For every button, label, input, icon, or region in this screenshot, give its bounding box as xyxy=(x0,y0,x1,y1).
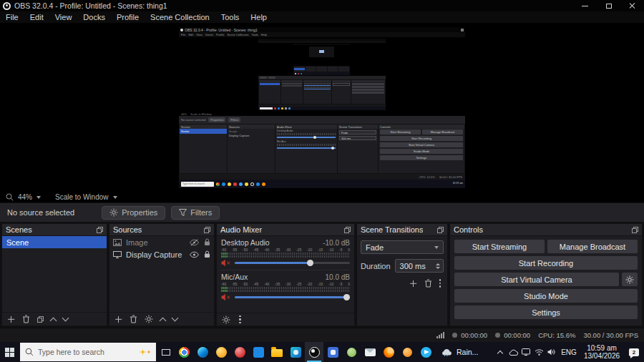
add-scene-button[interactable] xyxy=(7,315,15,323)
taskbar-app-firefox[interactable] xyxy=(379,342,398,362)
tray-volume[interactable] xyxy=(545,342,558,362)
source-row-display-capture[interactable]: Display Capture xyxy=(109,248,214,260)
window-title: OBS 32.0.4 - Profile: Untitled - Scenes:… xyxy=(14,1,167,10)
taskbar-app-photos[interactable] xyxy=(286,342,305,362)
task-view-button[interactable] xyxy=(157,342,175,362)
taskbar-app-obs[interactable] xyxy=(305,342,323,362)
filters-button[interactable]: Filters xyxy=(171,206,220,220)
start-recording-button[interactable]: Start Recording xyxy=(454,256,638,270)
mixer-menu-dots-icon[interactable] xyxy=(239,315,241,324)
language-indicator[interactable]: ENG xyxy=(558,348,580,356)
menu-item[interactable]: Help xyxy=(245,11,273,23)
move-scene-up-button[interactable] xyxy=(50,317,57,324)
close-button[interactable] xyxy=(620,0,644,11)
taskbar-app-file-explorer[interactable] xyxy=(268,342,286,362)
zoom-level[interactable]: 44% xyxy=(18,193,32,201)
mirror-taskbar: Type here to search 10:59 am xyxy=(179,180,465,188)
scene-filters-button[interactable] xyxy=(37,316,44,323)
mixer-dock-header[interactable]: Audio Mixer xyxy=(217,224,354,236)
status-bar: 00:00:00 00:00:00 CPU: 15.6% 30.00 / 30.… xyxy=(0,328,644,342)
start-streaming-button[interactable]: Start Streaming xyxy=(454,240,545,253)
scene-list-item[interactable]: Scene xyxy=(2,236,107,248)
menu-item[interactable]: View xyxy=(49,11,78,23)
cpu-usage: CPU: 15.6% xyxy=(538,331,575,339)
remove-scene-button[interactable] xyxy=(22,315,30,323)
spin-up-icon[interactable] xyxy=(436,263,440,265)
tray-expand-button[interactable] xyxy=(494,342,507,362)
taskbar-app-green[interactable] xyxy=(342,342,361,362)
search-input[interactable] xyxy=(38,348,135,356)
add-source-button[interactable] xyxy=(114,315,122,323)
mute-speaker-icon[interactable] xyxy=(221,259,230,267)
meter-tick-label: -55 xyxy=(232,248,237,252)
taskbar-app-orange[interactable] xyxy=(398,342,416,362)
duration-spinbox[interactable]: 300 ms xyxy=(395,259,444,273)
dock-popout-icon[interactable] xyxy=(632,227,638,233)
tray-display[interactable] xyxy=(519,342,532,362)
start-virtual-camera-button[interactable]: Start Virtual Camera xyxy=(454,273,619,286)
lock-icon[interactable] xyxy=(204,238,210,246)
volume-slider[interactable] xyxy=(235,262,350,264)
taskbar-app-yellow[interactable] xyxy=(212,342,230,362)
dock-popout-icon[interactable] xyxy=(344,227,351,233)
menu-item[interactable]: Tools xyxy=(215,11,245,23)
eye-slash-icon[interactable] xyxy=(190,239,199,246)
move-source-up-button[interactable] xyxy=(160,317,167,324)
taskbar-weather-widget[interactable]: Rain... xyxy=(435,342,484,362)
preview-mirror-level-3 xyxy=(293,44,350,75)
lock-icon[interactable] xyxy=(204,250,210,258)
remove-transition-button[interactable] xyxy=(424,279,432,288)
menu-item[interactable]: Profile xyxy=(111,11,145,23)
menu-item[interactable]: Edit xyxy=(24,11,49,23)
properties-button[interactable]: Properties xyxy=(102,206,165,220)
taskbar-app-telegram[interactable] xyxy=(416,342,435,362)
controls-dock-header[interactable]: Controls xyxy=(450,224,642,236)
maximize-button[interactable] xyxy=(597,0,620,11)
add-transition-button[interactable] xyxy=(409,280,417,288)
menu-item[interactable]: Scene Collection xyxy=(145,11,215,23)
tray-onedrive[interactable] xyxy=(507,342,519,362)
taskbar-app-blue[interactable] xyxy=(323,342,342,362)
manage-broadcast-button[interactable]: Manage Broadcast xyxy=(547,240,638,253)
tray-network[interactable] xyxy=(532,342,545,362)
dock-popout-icon[interactable] xyxy=(97,227,103,233)
start-button[interactable] xyxy=(0,342,19,362)
preview-canvas[interactable]: OBS 32.0.4 - Profile: Untitled - Scenes:… xyxy=(0,23,644,192)
transition-menu-dots-icon[interactable] xyxy=(439,279,441,288)
menu-item[interactable]: File xyxy=(0,11,24,23)
spin-down-icon[interactable] xyxy=(436,267,440,269)
move-scene-down-button[interactable] xyxy=(62,314,69,321)
volume-slider[interactable] xyxy=(235,296,350,298)
taskbar-clock[interactable]: 10:59 am 13/04/2026 xyxy=(580,344,624,361)
source-name: Image xyxy=(126,238,185,247)
taskbar-app-edge[interactable] xyxy=(193,342,212,362)
advanced-audio-gear-icon[interactable] xyxy=(222,315,230,324)
search-highlights-icon[interactable] xyxy=(140,349,151,356)
volume-slider-handle[interactable] xyxy=(307,260,313,266)
studio-mode-button[interactable]: Studio Mode xyxy=(454,289,638,303)
dock-popout-icon[interactable] xyxy=(204,227,210,233)
eye-icon[interactable] xyxy=(190,251,199,258)
source-properties-gear-icon[interactable] xyxy=(145,315,153,323)
virtual-camera-config-button[interactable] xyxy=(622,273,638,286)
taskbar-app-chrome[interactable] xyxy=(175,342,193,362)
mute-speaker-icon[interactable] xyxy=(221,293,230,301)
minimize-button[interactable] xyxy=(573,0,597,11)
source-row-image[interactable]: Image xyxy=(109,236,214,248)
scenes-dock-header[interactable]: Scenes xyxy=(2,224,107,236)
transitions-dock-header[interactable]: Scene Transitions xyxy=(357,224,447,236)
action-center-button[interactable]: 2 xyxy=(624,342,644,362)
taskbar-search-box[interactable] xyxy=(20,343,156,361)
scale-mode-select[interactable]: Scale to Window xyxy=(55,193,108,201)
settings-button[interactable]: Settings xyxy=(454,305,638,319)
dock-popout-icon[interactable] xyxy=(437,227,444,233)
volume-slider-handle[interactable] xyxy=(343,294,350,300)
move-source-down-button[interactable] xyxy=(172,314,179,321)
menu-item[interactable]: Docks xyxy=(77,11,111,23)
sources-dock-header[interactable]: Sources xyxy=(109,224,214,236)
taskbar-app-vscode[interactable] xyxy=(249,342,268,362)
taskbar-app-red[interactable] xyxy=(230,342,249,362)
remove-source-button[interactable] xyxy=(130,315,137,323)
transition-select[interactable]: Fade xyxy=(361,240,444,254)
taskbar-app-mail[interactable] xyxy=(361,342,379,362)
